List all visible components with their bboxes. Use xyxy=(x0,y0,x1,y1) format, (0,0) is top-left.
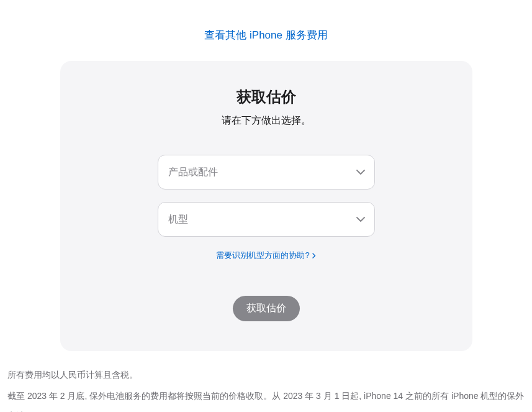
product-select[interactable]: 产品或配件 xyxy=(158,155,375,190)
view-other-fees-link[interactable]: 查看其他 iPhone 服务费用 xyxy=(204,29,327,41)
footnote-price-change: 截至 2023 年 2 月底, 保外电池服务的费用都将按照当前的价格收取。从 2… xyxy=(7,386,525,412)
model-select-placeholder: 机型 xyxy=(168,213,188,226)
model-select-wrapper: 机型 xyxy=(158,202,375,237)
card-subtitle: 请在下方做出选择。 xyxy=(85,114,448,127)
estimate-card: 获取估价 请在下方做出选择。 产品或配件 机型 需要识别机型方面的协助? xyxy=(60,61,472,351)
footnotes: 所有费用均以人民币计算且含税。 截至 2023 年 2 月底, 保外电池服务的费… xyxy=(6,351,526,412)
product-select-wrapper: 产品或配件 xyxy=(158,155,375,190)
help-link-wrapper: 需要识别机型方面的协助? xyxy=(85,249,448,261)
footnote-tax: 所有费用均以人民币计算且含税。 xyxy=(7,365,525,385)
card-title: 获取估价 xyxy=(85,87,448,107)
chevron-right-icon xyxy=(312,253,316,259)
view-other-fees-link-wrapper: 查看其他 iPhone 服务费用 xyxy=(6,0,526,61)
help-link-text: 需要识别机型方面的协助? xyxy=(216,250,309,261)
product-select-placeholder: 产品或配件 xyxy=(168,166,218,179)
identify-model-help-link[interactable]: 需要识别机型方面的协助? xyxy=(216,250,315,261)
model-select[interactable]: 机型 xyxy=(158,202,375,237)
get-estimate-button[interactable]: 获取估价 xyxy=(233,296,300,321)
